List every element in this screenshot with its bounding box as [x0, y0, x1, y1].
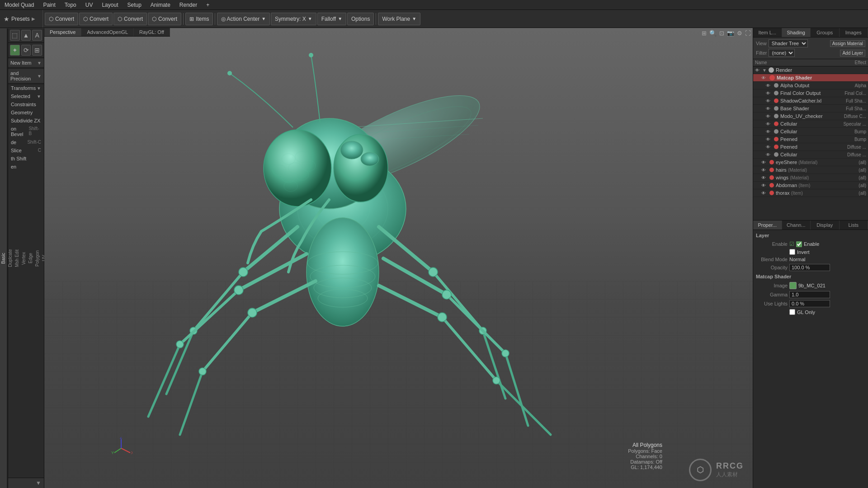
shader-item-render[interactable]: 👁 ▼ Render [753, 66, 868, 74]
prop-use-lights-row: Use Lights [756, 300, 865, 307]
menu-plus[interactable]: + [202, 1, 214, 9]
shader-item-peened2[interactable]: 👁 Peened Diffuse ... [753, 143, 868, 151]
prop-opacity-input[interactable] [789, 264, 830, 271]
svg-point-37 [176, 341, 184, 348]
sep2 [215, 13, 215, 25]
eye-icon: 👁 [766, 91, 772, 96]
svg-line-53 [379, 286, 442, 317]
vp-icon-expand[interactable]: ⛶ [745, 30, 751, 37]
assign-material-btn[interactable]: Assign Material [830, 40, 865, 47]
shader-item-uv-checker[interactable]: 👁 Modo_UV_checker Diffuse C... [753, 113, 868, 120]
shader-item-matcap[interactable]: 👁 Matcap Shader [753, 74, 868, 82]
viewport-area[interactable]: Perspective AdvancedOpenGL RayGL: Off ⊞ … [44, 28, 753, 488]
shader-effect: (all) [844, 191, 866, 196]
rst-shading[interactable]: Shading [782, 28, 811, 37]
svg-line-39 [203, 313, 252, 371]
shader-col-headers: Name Effect [753, 59, 868, 66]
shader-name: ShadowCatcher.lxl [780, 98, 834, 103]
rb-tab-display[interactable]: Display [811, 221, 840, 230]
menu-animate[interactable]: Animate [146, 1, 175, 9]
menu-render[interactable]: Render [175, 1, 202, 9]
invert-checkbox[interactable] [789, 249, 795, 255]
rst-images[interactable]: Images [840, 28, 868, 37]
expand-icon: ▼ [762, 68, 767, 73]
shader-filter-select[interactable]: (none) [769, 49, 795, 57]
menu-setup[interactable]: Setup [123, 1, 146, 9]
convert2-icon: ⬡ [83, 16, 88, 22]
convert1-button[interactable]: ⬡ Convert [45, 13, 78, 25]
rb-tab-lists[interactable]: Lists [840, 221, 868, 230]
symmetry-dropdown[interactable]: Symmetry: X ▼ [271, 13, 316, 25]
lvt-vertex[interactable]: Vertex [20, 28, 27, 488]
main-layout: Basic Duplcate Msh Edit Vertex Edge Poly… [0, 28, 868, 488]
lvt-polygon[interactable]: Polygon [34, 28, 41, 488]
eye-icon: 👁 [761, 168, 768, 173]
vp-icon-camera[interactable]: 📷 [727, 30, 734, 37]
rb-tab-channels[interactable]: Chann... [782, 221, 811, 230]
gl-only-checkbox[interactable] [789, 309, 795, 315]
lvt-mesh-edit[interactable]: Msh Edit [14, 28, 20, 488]
shader-item-wings[interactable]: 👁 wings (Material) (all) [753, 174, 868, 182]
add-layer-btn[interactable]: Add Layer [840, 50, 865, 56]
convert1-icon: ⬡ [49, 16, 53, 22]
viewport-canvas[interactable]: X Y Z All Polygons Polygons: Face Channe… [44, 28, 753, 488]
shader-item-shadow[interactable]: 👁 ShadowCatcher.lxl Full Sha... [753, 97, 868, 105]
prop-use-lights-input[interactable] [789, 300, 830, 307]
svg-point-51 [442, 290, 451, 299]
prop-gamma-input[interactable] [789, 291, 830, 298]
symmetry-arrow: ▼ [308, 16, 312, 21]
convert4-button[interactable]: ⬡ Convert [148, 13, 181, 25]
enable-checkbox[interactable] [796, 241, 802, 247]
shader-item-alpha[interactable]: 👁 Alpha Output Alpha [753, 82, 868, 89]
vp-icon-zoom[interactable]: 🔍 [709, 30, 717, 37]
eye-icon: 👁 [766, 152, 772, 157]
items-button[interactable]: ⊞ Items [185, 13, 213, 25]
rb-tab-properties[interactable]: Proper... [753, 221, 782, 230]
convert1-label: Convert [55, 16, 74, 22]
action-center-dropdown[interactable]: ◎ Action Center ▼ [217, 13, 270, 25]
menu-layout[interactable]: Layout [97, 1, 123, 9]
convert2-button[interactable]: ⬡ Convert [79, 13, 113, 25]
lvt-edge[interactable]: Edge [27, 28, 34, 488]
menu-uv[interactable]: UV [81, 1, 98, 9]
vp-icon-settings[interactable]: ⚙ [737, 30, 742, 37]
prop-image-row: Image 9b_MC_021 [756, 282, 865, 289]
menu-topo[interactable]: Topo [60, 1, 81, 9]
shader-view-select[interactable]: Shader Tree [769, 39, 808, 47]
vp-icon-fit[interactable]: ⊡ [719, 30, 724, 37]
shader-item-cellular3[interactable]: 👁 Cellular Diffuse ... [753, 151, 868, 159]
shader-item-thorax[interactable]: 👁 thorax (Item) (all) [753, 189, 868, 197]
convert3-button[interactable]: ⬡ Convert [113, 13, 147, 25]
falloff-dropdown[interactable]: Falloff ▼ [317, 13, 346, 25]
rst-item-list[interactable]: Item L... [753, 28, 782, 37]
shader-item-final-color[interactable]: 👁 Final Color Output Final Col... [753, 89, 868, 97]
insect-model [90, 37, 587, 444]
shader-item-hairs[interactable]: 👁 hairs (Material) (all) [753, 166, 868, 174]
shader-item-cellular2[interactable]: 👁 Cellular Bump [753, 128, 868, 136]
lvt-basic[interactable]: Basic [0, 28, 7, 488]
right-panel: Item L... Shading Groups Images View Sha… [753, 28, 868, 488]
falloff-label: Falloff [321, 16, 336, 22]
shader-item-abdoman[interactable]: 👁 Abdoman (Item) (all) [753, 182, 868, 189]
shader-name: Alpha Output [780, 83, 834, 88]
work-plane-dropdown[interactable]: Work Plane ▼ [378, 13, 420, 25]
eye-icon: 👁 [766, 99, 772, 103]
vp-tab-raygl[interactable]: RayGL: Off [134, 28, 170, 36]
shader-item-cellular1[interactable]: 👁 Cellular Specular ... [753, 120, 868, 128]
shader-item-base[interactable]: 👁 Base Shader Full Sha... [753, 105, 868, 113]
image-color-swatch[interactable] [789, 282, 797, 289]
shader-item-eyeshere[interactable]: 👁 eyeShere (Material) (all) [753, 159, 868, 166]
shader-tree-header: View Shader Tree Assign Material Filter … [753, 38, 868, 59]
shader-item-peened1[interactable]: 👁 Peened Bump [753, 136, 868, 143]
lvt-duplicate[interactable]: Duplcate [7, 28, 14, 488]
options-button[interactable]: Options [347, 13, 374, 25]
rst-groups[interactable]: Groups [811, 28, 840, 37]
menu-model-quad[interactable]: Model Quad [0, 1, 38, 9]
view-label: View [756, 41, 767, 46]
vp-tab-perspective[interactable]: Perspective [44, 28, 81, 36]
presets-area[interactable]: ★ Presets ▶ [0, 10, 43, 28]
menu-paint[interactable]: Paint [38, 1, 60, 9]
vp-tab-advanced-opengl[interactable]: AdvancedOpenGL [81, 28, 134, 36]
svg-text:Z: Z [120, 437, 123, 440]
vp-icon-views[interactable]: ⊞ [702, 30, 707, 37]
